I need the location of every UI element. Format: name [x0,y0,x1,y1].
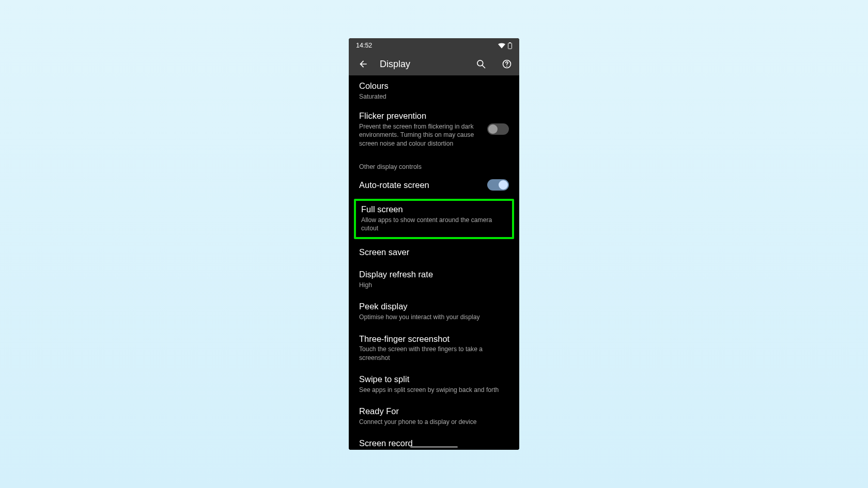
setting-title: Auto-rotate screen [359,180,481,191]
setting-ready-for[interactable]: Ready For Connect your phone to a displa… [349,400,519,432]
setting-swipe-to-split[interactable]: Swipe to split See apps in split screen … [349,368,519,400]
search-icon [476,59,486,69]
phone-frame: 14:52 Display [349,38,519,450]
setting-title: Swipe to split [359,374,509,385]
setting-title: Flicker prevention [359,111,481,121]
app-bar: Display [349,53,519,75]
setting-title: Colours [359,81,509,91]
setting-sub: Connect your phone to a display or devic… [359,418,509,426]
battery-icon [508,42,512,49]
settings-list: Colours Saturated Flicker prevention Pre… [349,75,519,450]
setting-screen-saver[interactable]: Screen saver [349,241,519,264]
setting-colours[interactable]: Colours Saturated [349,76,519,105]
svg-point-5 [506,66,507,67]
setting-display-refresh-rate[interactable]: Display refresh rate High [349,263,519,295]
setting-sub: Saturated [359,92,509,101]
setting-sub: High [359,281,509,289]
setting-three-finger-screenshot[interactable]: Three-finger screenshot Touch the screen… [349,328,519,369]
section-header-other: Other display controls [349,154,519,174]
setting-title: Three-finger screenshot [359,334,509,344]
svg-line-3 [483,66,485,68]
setting-title: Full screen [361,204,507,215]
setting-sub: Touch the screen with three fingers to t… [359,345,509,362]
setting-sub: Prevent the screen from flickering in da… [359,122,481,148]
setting-sub: Allow apps to show content around the ca… [361,216,507,233]
wifi-icon [498,43,505,49]
setting-flicker-prevention[interactable]: Flicker prevention Prevent the screen fr… [349,105,519,154]
arrow-left-icon [358,59,368,69]
gesture-nav-handle[interactable] [410,446,458,448]
page-stage: 14:52 Display [0,0,868,488]
help-icon [502,59,512,69]
setting-title: Ready For [359,406,509,417]
svg-rect-1 [508,43,512,49]
help-button[interactable] [500,57,514,71]
setting-auto-rotate[interactable]: Auto-rotate screen [349,174,519,197]
setting-title: Peek display [359,301,509,312]
status-time: 14:52 [356,42,372,49]
back-button[interactable] [356,57,370,71]
flicker-toggle[interactable] [487,123,509,135]
setting-sub: See apps in split screen by swiping back… [359,386,509,394]
status-bar: 14:52 [349,38,519,53]
status-icons [498,42,512,49]
search-button[interactable] [474,57,488,71]
setting-title: Display refresh rate [359,269,509,280]
auto-rotate-toggle[interactable] [487,179,509,191]
page-title: Display [380,59,462,70]
setting-peek-display[interactable]: Peek display Optimise how you interact w… [349,295,519,327]
setting-sub: Optimise how you interact with your disp… [359,313,509,321]
setting-full-screen-highlighted[interactable]: Full screen Allow apps to show content a… [354,199,514,239]
setting-title: Screen saver [359,247,509,258]
